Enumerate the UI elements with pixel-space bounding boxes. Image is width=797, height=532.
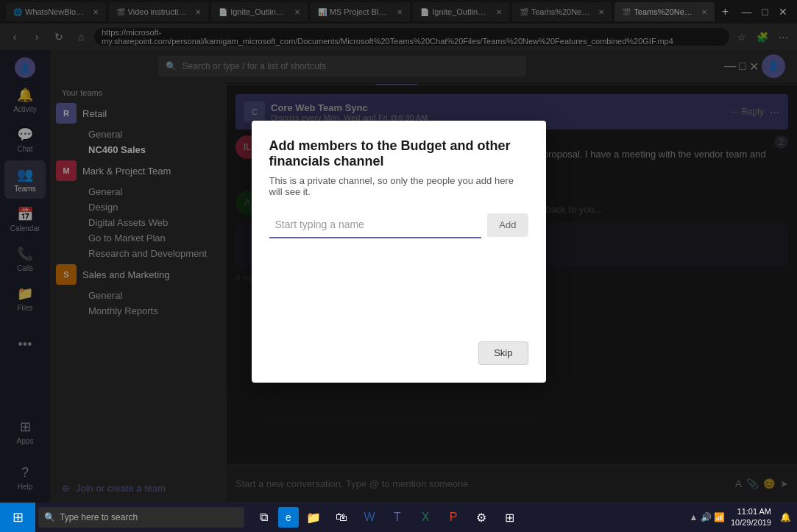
- apps-taskbar-icon[interactable]: ⊞: [496, 503, 523, 532]
- settings-taskbar-icon[interactable]: ⚙: [468, 503, 495, 532]
- dialog-title: Add members to the Budget and other fina…: [269, 138, 528, 169]
- date-display: 10/29/2019: [731, 517, 771, 528]
- dialog-input-row: Add: [269, 212, 528, 238]
- edge-icon[interactable]: e: [278, 507, 299, 528]
- notification-center[interactable]: 🔔: [780, 512, 791, 522]
- add-members-dialog: Add members to the Budget and other fina…: [252, 121, 546, 383]
- taskbar-icons: ⧉ e 📁 🛍 W T X P ⚙ ⊞: [250, 503, 523, 532]
- search-glass-icon: 🔍: [44, 512, 55, 522]
- word-icon[interactable]: W: [356, 503, 383, 532]
- taskbar-search-label: Type here to search: [60, 512, 138, 522]
- start-button[interactable]: ⊞: [0, 503, 35, 532]
- taskbar-search[interactable]: 🔍 Type here to search: [38, 507, 244, 528]
- excel-icon[interactable]: X: [412, 503, 439, 532]
- teams-taskbar-icon[interactable]: T: [384, 503, 411, 532]
- dialog-overlay: Add members to the Budget and other fina…: [0, 0, 797, 503]
- time-display: 11:01 AM: [731, 506, 771, 517]
- dialog-subtitle: This is a private channel, so only the p…: [269, 175, 528, 197]
- powerpoint-icon[interactable]: P: [440, 503, 467, 532]
- file-explorer-icon[interactable]: 📁: [300, 503, 327, 532]
- sys-icons: ▲ 🔊 📶: [689, 512, 725, 522]
- add-member-button[interactable]: Add: [487, 213, 528, 237]
- store-icon[interactable]: 🛍: [328, 503, 355, 532]
- member-name-input[interactable]: [269, 212, 482, 238]
- task-view-button[interactable]: ⧉: [250, 503, 277, 532]
- skip-button[interactable]: Skip: [478, 341, 528, 365]
- dialog-footer: Skip: [269, 341, 528, 365]
- taskbar: ⊞ 🔍 Type here to search ⧉ e 📁 🛍 W T X P …: [0, 503, 797, 532]
- taskbar-clock: 11:01 AM 10/29/2019: [731, 506, 771, 529]
- system-tray: ▲ 🔊 📶 11:01 AM 10/29/2019 🔔: [689, 506, 797, 529]
